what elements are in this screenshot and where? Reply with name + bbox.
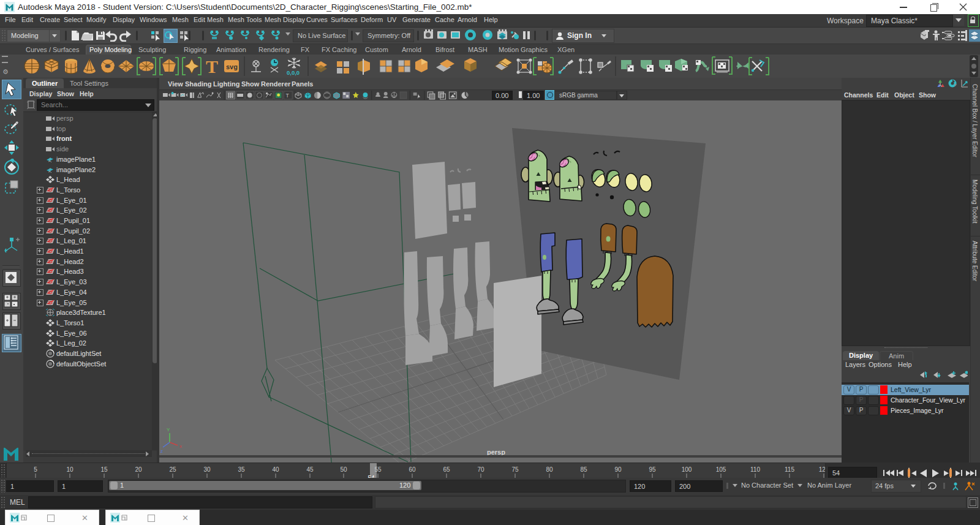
svg-text:90: 90: [614, 466, 622, 473]
svg-text:25: 25: [169, 466, 176, 473]
svg-text:z: z: [160, 448, 163, 454]
svg-text:45: 45: [306, 466, 314, 473]
svg-text:80: 80: [546, 466, 553, 473]
svg-text:20: 20: [135, 466, 142, 473]
svg-text:40: 40: [272, 466, 279, 473]
svg-text:120: 120: [819, 466, 825, 473]
svg-text:5: 5: [34, 466, 37, 473]
svg-text:35: 35: [238, 466, 245, 473]
svg-text:105: 105: [716, 466, 726, 473]
svg-text:115: 115: [785, 466, 794, 473]
svg-text:110: 110: [750, 466, 760, 473]
svg-text:30: 30: [203, 466, 211, 473]
svg-text:95: 95: [649, 466, 656, 473]
svg-text:x: x: [179, 444, 182, 449]
svg-text:60: 60: [409, 466, 416, 473]
svg-text:65: 65: [443, 466, 450, 473]
svg-text:15: 15: [100, 466, 108, 473]
svg-text:svg: svg: [226, 63, 238, 70]
svg-text:100: 100: [682, 466, 692, 473]
svg-text:0,0,0: 0,0,0: [287, 69, 300, 76]
svg-text:T: T: [285, 93, 289, 99]
svg-text:Y: Y: [167, 427, 170, 432]
svg-text:50: 50: [340, 466, 347, 473]
svg-text:70: 70: [477, 466, 484, 473]
svg-text:T: T: [206, 56, 218, 76]
svg-text:75: 75: [511, 466, 519, 473]
svg-text:55: 55: [374, 466, 382, 473]
svg-text:10: 10: [66, 466, 74, 473]
svg-text:85: 85: [580, 466, 587, 473]
